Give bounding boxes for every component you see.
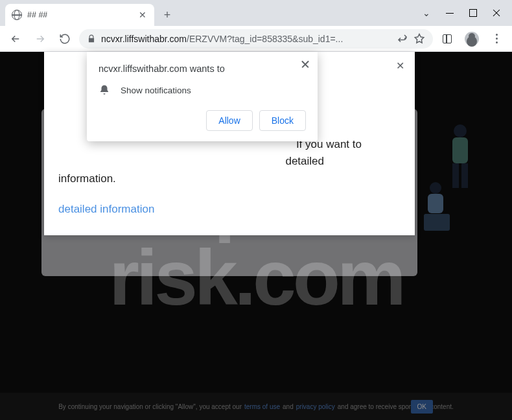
- page-content: pc risk.com ✕ If you want to detailed in…: [0, 52, 512, 420]
- menu-dots-icon: [496, 34, 498, 43]
- privacy-link[interactable]: privacy policy: [296, 403, 335, 410]
- consent-bar: By continuing your navigation or clickin…: [0, 393, 512, 420]
- tab-search-chevron-icon[interactable]: ⌄: [423, 8, 430, 18]
- detailed-information-link[interactable]: detailed information: [58, 203, 154, 216]
- allow-button[interactable]: Allow: [206, 110, 252, 131]
- profile-button[interactable]: [461, 29, 482, 49]
- side-panel-button[interactable]: [437, 29, 458, 49]
- reload-button[interactable]: [54, 29, 75, 49]
- block-button[interactable]: Block: [259, 110, 306, 131]
- window-close-button[interactable]: [493, 9, 500, 17]
- new-tab-button[interactable]: +: [158, 6, 176, 24]
- terms-link[interactable]: terms of use: [244, 403, 280, 410]
- window-minimize-button[interactable]: [446, 9, 454, 17]
- close-tab-icon[interactable]: ✕: [137, 10, 148, 20]
- consent-text-2: and: [283, 403, 294, 410]
- bookmark-star-icon[interactable]: [413, 33, 425, 45]
- window-maximize-button[interactable]: [469, 9, 477, 17]
- tab-title: ## ##: [27, 10, 132, 19]
- avatar-icon: [465, 32, 479, 46]
- address-bar[interactable]: ncvxr.liffswithabr.com/ERZVVM?tag_id=858…: [79, 29, 433, 49]
- forward-button[interactable]: [30, 29, 51, 49]
- globe-icon: [12, 10, 22, 20]
- main-menu-button[interactable]: [486, 29, 507, 49]
- bell-icon: [99, 84, 110, 96]
- panel-icon: [443, 34, 452, 43]
- browser-toolbar: ncvxr.liffswithabr.com/ERZVVM?tag_id=858…: [0, 26, 512, 52]
- browser-titlebar: ## ## ✕ + ⌄: [0, 0, 512, 26]
- permission-label: Show notifications: [121, 86, 191, 95]
- url-text: ncvxr.liffswithabr.com/ERZVVM?tag_id=858…: [101, 34, 391, 44]
- window-controls: ⌄: [411, 0, 512, 26]
- dialog-body: If you want to detailed information.: [58, 136, 401, 187]
- permission-origin-text: ncvxr.liffswithabr.com wants to: [99, 64, 306, 74]
- dialog-close-icon[interactable]: ✕: [394, 60, 406, 71]
- permission-close-icon[interactable]: [301, 60, 310, 69]
- back-button[interactable]: [5, 29, 26, 49]
- notification-permission-prompt: ncvxr.liffswithabr.com wants to Show not…: [87, 52, 318, 141]
- consent-text-1: By continuing your navigation or clickin…: [58, 403, 242, 410]
- consent-ok-button[interactable]: OK: [411, 400, 433, 414]
- browser-tab[interactable]: ## ## ✕: [5, 4, 154, 26]
- share-icon[interactable]: [397, 33, 408, 45]
- lock-icon: [87, 34, 96, 43]
- consent-text-3: and agree to receive sponsored content.: [338, 403, 454, 410]
